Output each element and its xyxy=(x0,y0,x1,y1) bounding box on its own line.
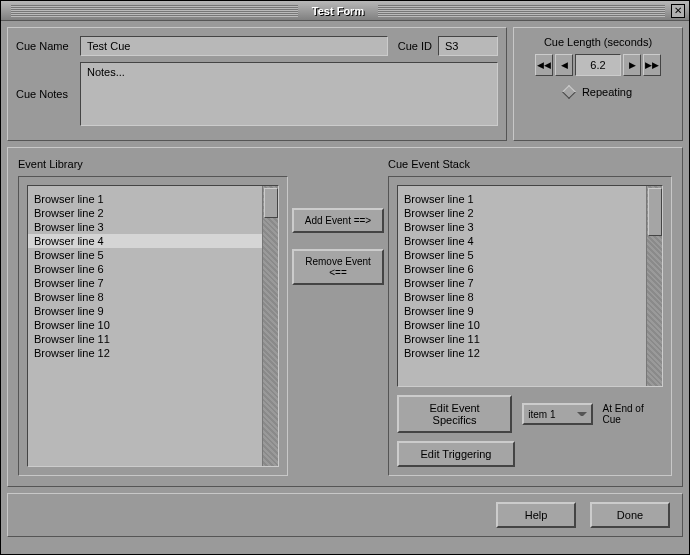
cue-id-label: Cue ID xyxy=(394,40,432,52)
list-item[interactable]: Browser line 5 xyxy=(28,248,262,262)
library-scroll-thumb[interactable] xyxy=(264,188,278,218)
edit-event-specifics-button[interactable]: Edit Event Specifics xyxy=(397,395,512,433)
titlebar: Test Form ✕ xyxy=(1,1,689,21)
list-item[interactable]: Browser line 6 xyxy=(28,262,262,276)
list-item[interactable]: Browser line 9 xyxy=(398,304,646,318)
add-event-button[interactable]: Add Event ==> xyxy=(292,208,384,233)
list-item[interactable]: Browser line 10 xyxy=(28,318,262,332)
stack-scroll-thumb[interactable] xyxy=(648,188,662,236)
list-item[interactable]: Browser line 12 xyxy=(28,346,262,360)
list-item[interactable]: Browser line 11 xyxy=(28,332,262,346)
list-item[interactable]: Browser line 8 xyxy=(398,290,646,304)
list-item[interactable]: Browser line 7 xyxy=(398,276,646,290)
cue-event-stack-column: Cue Event Stack Browser line 1Browser li… xyxy=(388,158,672,476)
list-item[interactable]: Browser line 1 xyxy=(28,192,262,206)
transfer-buttons-column: Add Event ==> Remove Event <== xyxy=(288,158,388,476)
library-scrollbar[interactable] xyxy=(262,186,278,466)
mid-panel: Event Library Browser line 1Browser line… xyxy=(7,147,683,487)
content: Cue Name Test Cue Cue ID S3 Cue Notes No… xyxy=(1,21,689,554)
done-button[interactable]: Done xyxy=(590,502,670,528)
rewind-fast-icon[interactable]: ◀◀ xyxy=(535,54,553,76)
cue-notes-input[interactable]: Notes... xyxy=(80,62,498,126)
list-item[interactable]: Browser line 1 xyxy=(398,192,646,206)
title-stripe-right xyxy=(378,5,665,17)
cue-info-panel: Cue Name Test Cue Cue ID S3 Cue Notes No… xyxy=(7,27,507,141)
top-strip: Cue Name Test Cue Cue ID S3 Cue Notes No… xyxy=(7,27,683,141)
cue-length-panel: Cue Length (seconds) ◀◀ ◀ 6.2 ▶ ▶▶ Repea… xyxy=(513,27,683,141)
cue-notes-label: Cue Notes xyxy=(16,88,74,100)
stack-scrollbar[interactable] xyxy=(646,186,662,386)
repeating-toggle-icon[interactable] xyxy=(562,85,576,99)
list-item[interactable]: Browser line 3 xyxy=(28,220,262,234)
list-item[interactable]: Browser line 9 xyxy=(28,304,262,318)
list-item[interactable]: Browser line 2 xyxy=(398,206,646,220)
footer-panel: Help Done xyxy=(7,493,683,537)
list-item[interactable]: Browser line 12 xyxy=(398,346,646,360)
event-library-list[interactable]: Browser line 1Browser line 2Browser line… xyxy=(27,185,279,467)
end-of-cue-label: At End of Cue xyxy=(603,403,664,425)
list-item[interactable]: Browser line 2 xyxy=(28,206,262,220)
help-button[interactable]: Help xyxy=(496,502,576,528)
repeating-label: Repeating xyxy=(582,86,632,98)
forward-icon[interactable]: ▶ xyxy=(623,54,641,76)
chevron-down-icon xyxy=(577,412,587,416)
list-item[interactable]: Browser line 5 xyxy=(398,248,646,262)
end-of-cue-dropdown[interactable]: item 1 xyxy=(522,403,592,425)
remove-event-button[interactable]: Remove Event <== xyxy=(292,249,384,285)
window-title: Test Form xyxy=(304,5,372,17)
cue-length-value[interactable]: 6.2 xyxy=(575,54,621,76)
forward-fast-icon[interactable]: ▶▶ xyxy=(643,54,661,76)
cue-name-input[interactable]: Test Cue xyxy=(80,36,388,56)
list-item[interactable]: Browser line 11 xyxy=(398,332,646,346)
window: Test Form ✕ Cue Name Test Cue Cue ID S3 … xyxy=(0,0,690,555)
list-item[interactable]: Browser line 7 xyxy=(28,276,262,290)
event-library-column: Event Library Browser line 1Browser line… xyxy=(18,158,288,476)
cue-id-input[interactable]: S3 xyxy=(438,36,498,56)
list-item[interactable]: Browser line 6 xyxy=(398,262,646,276)
title-stripe-left xyxy=(11,5,298,17)
cue-length-label: Cue Length (seconds) xyxy=(522,36,674,48)
edit-triggering-button[interactable]: Edit Triggering xyxy=(397,441,515,467)
list-item[interactable]: Browser line 4 xyxy=(28,234,262,248)
close-icon[interactable]: ✕ xyxy=(671,4,685,18)
event-library-label: Event Library xyxy=(18,158,288,170)
dropdown-value: item 1 xyxy=(528,409,555,420)
cue-event-stack-label: Cue Event Stack xyxy=(388,158,672,170)
cue-event-stack-list[interactable]: Browser line 1Browser line 2Browser line… xyxy=(397,185,663,387)
list-item[interactable]: Browser line 8 xyxy=(28,290,262,304)
list-item[interactable]: Browser line 3 xyxy=(398,220,646,234)
list-item[interactable]: Browser line 10 xyxy=(398,318,646,332)
rewind-icon[interactable]: ◀ xyxy=(555,54,573,76)
cue-name-label: Cue Name xyxy=(16,40,74,52)
list-item[interactable]: Browser line 4 xyxy=(398,234,646,248)
cue-length-spinner: ◀◀ ◀ 6.2 ▶ ▶▶ xyxy=(522,54,674,76)
